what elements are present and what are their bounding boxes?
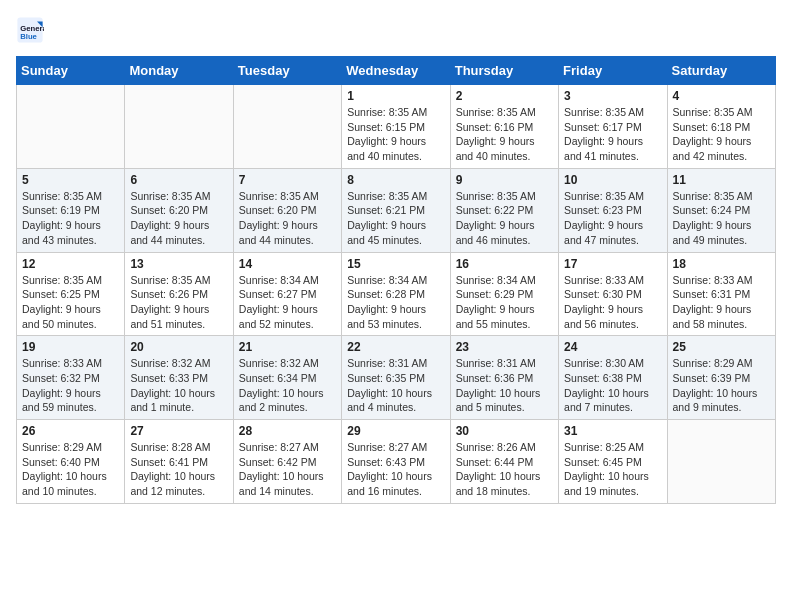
day-number: 14 (239, 257, 336, 271)
calendar-cell: 7Sunrise: 8:35 AM Sunset: 6:20 PM Daylig… (233, 168, 341, 252)
calendar-cell: 15Sunrise: 8:34 AM Sunset: 6:28 PM Dayli… (342, 252, 450, 336)
weekday-header: Thursday (450, 57, 558, 85)
calendar-cell: 3Sunrise: 8:35 AM Sunset: 6:17 PM Daylig… (559, 85, 667, 169)
calendar-cell: 17Sunrise: 8:33 AM Sunset: 6:30 PM Dayli… (559, 252, 667, 336)
day-info: Sunrise: 8:35 AM Sunset: 6:17 PM Dayligh… (564, 105, 661, 164)
day-info: Sunrise: 8:35 AM Sunset: 6:24 PM Dayligh… (673, 189, 770, 248)
day-number: 26 (22, 424, 119, 438)
day-number: 9 (456, 173, 553, 187)
calendar-cell: 31Sunrise: 8:25 AM Sunset: 6:45 PM Dayli… (559, 420, 667, 504)
calendar-cell: 8Sunrise: 8:35 AM Sunset: 6:21 PM Daylig… (342, 168, 450, 252)
day-number: 16 (456, 257, 553, 271)
day-info: Sunrise: 8:35 AM Sunset: 6:26 PM Dayligh… (130, 273, 227, 332)
calendar-cell: 18Sunrise: 8:33 AM Sunset: 6:31 PM Dayli… (667, 252, 775, 336)
weekday-header: Saturday (667, 57, 775, 85)
logo-icon: General Blue (16, 16, 44, 44)
calendar-cell: 20Sunrise: 8:32 AM Sunset: 6:33 PM Dayli… (125, 336, 233, 420)
day-number: 28 (239, 424, 336, 438)
calendar-cell (233, 85, 341, 169)
day-number: 25 (673, 340, 770, 354)
day-info: Sunrise: 8:32 AM Sunset: 6:34 PM Dayligh… (239, 356, 336, 415)
day-number: 17 (564, 257, 661, 271)
day-number: 21 (239, 340, 336, 354)
calendar-cell: 29Sunrise: 8:27 AM Sunset: 6:43 PM Dayli… (342, 420, 450, 504)
calendar-cell: 22Sunrise: 8:31 AM Sunset: 6:35 PM Dayli… (342, 336, 450, 420)
day-info: Sunrise: 8:35 AM Sunset: 6:23 PM Dayligh… (564, 189, 661, 248)
calendar-cell: 12Sunrise: 8:35 AM Sunset: 6:25 PM Dayli… (17, 252, 125, 336)
calendar-cell: 26Sunrise: 8:29 AM Sunset: 6:40 PM Dayli… (17, 420, 125, 504)
calendar-cell: 11Sunrise: 8:35 AM Sunset: 6:24 PM Dayli… (667, 168, 775, 252)
day-number: 10 (564, 173, 661, 187)
calendar-cell: 9Sunrise: 8:35 AM Sunset: 6:22 PM Daylig… (450, 168, 558, 252)
day-info: Sunrise: 8:35 AM Sunset: 6:19 PM Dayligh… (22, 189, 119, 248)
calendar-cell: 4Sunrise: 8:35 AM Sunset: 6:18 PM Daylig… (667, 85, 775, 169)
day-number: 22 (347, 340, 444, 354)
calendar-cell (125, 85, 233, 169)
day-number: 2 (456, 89, 553, 103)
svg-text:Blue: Blue (20, 32, 37, 41)
day-info: Sunrise: 8:33 AM Sunset: 6:32 PM Dayligh… (22, 356, 119, 415)
day-info: Sunrise: 8:31 AM Sunset: 6:36 PM Dayligh… (456, 356, 553, 415)
day-number: 11 (673, 173, 770, 187)
weekday-header: Wednesday (342, 57, 450, 85)
day-info: Sunrise: 8:32 AM Sunset: 6:33 PM Dayligh… (130, 356, 227, 415)
day-info: Sunrise: 8:25 AM Sunset: 6:45 PM Dayligh… (564, 440, 661, 499)
calendar-cell: 21Sunrise: 8:32 AM Sunset: 6:34 PM Dayli… (233, 336, 341, 420)
day-number: 12 (22, 257, 119, 271)
day-number: 8 (347, 173, 444, 187)
day-info: Sunrise: 8:26 AM Sunset: 6:44 PM Dayligh… (456, 440, 553, 499)
calendar-cell: 24Sunrise: 8:30 AM Sunset: 6:38 PM Dayli… (559, 336, 667, 420)
day-info: Sunrise: 8:33 AM Sunset: 6:30 PM Dayligh… (564, 273, 661, 332)
weekday-header: Tuesday (233, 57, 341, 85)
day-number: 27 (130, 424, 227, 438)
day-number: 1 (347, 89, 444, 103)
day-number: 18 (673, 257, 770, 271)
day-number: 29 (347, 424, 444, 438)
day-number: 3 (564, 89, 661, 103)
calendar-cell (17, 85, 125, 169)
day-info: Sunrise: 8:35 AM Sunset: 6:21 PM Dayligh… (347, 189, 444, 248)
day-info: Sunrise: 8:30 AM Sunset: 6:38 PM Dayligh… (564, 356, 661, 415)
weekday-header: Sunday (17, 57, 125, 85)
day-info: Sunrise: 8:28 AM Sunset: 6:41 PM Dayligh… (130, 440, 227, 499)
calendar-cell: 1Sunrise: 8:35 AM Sunset: 6:15 PM Daylig… (342, 85, 450, 169)
weekday-header: Friday (559, 57, 667, 85)
day-info: Sunrise: 8:35 AM Sunset: 6:15 PM Dayligh… (347, 105, 444, 164)
day-info: Sunrise: 8:34 AM Sunset: 6:29 PM Dayligh… (456, 273, 553, 332)
day-number: 4 (673, 89, 770, 103)
day-number: 7 (239, 173, 336, 187)
calendar-cell: 16Sunrise: 8:34 AM Sunset: 6:29 PM Dayli… (450, 252, 558, 336)
day-info: Sunrise: 8:34 AM Sunset: 6:28 PM Dayligh… (347, 273, 444, 332)
day-info: Sunrise: 8:35 AM Sunset: 6:16 PM Dayligh… (456, 105, 553, 164)
day-number: 5 (22, 173, 119, 187)
day-info: Sunrise: 8:33 AM Sunset: 6:31 PM Dayligh… (673, 273, 770, 332)
calendar-cell: 14Sunrise: 8:34 AM Sunset: 6:27 PM Dayli… (233, 252, 341, 336)
calendar-cell (667, 420, 775, 504)
day-info: Sunrise: 8:34 AM Sunset: 6:27 PM Dayligh… (239, 273, 336, 332)
day-number: 15 (347, 257, 444, 271)
day-info: Sunrise: 8:31 AM Sunset: 6:35 PM Dayligh… (347, 356, 444, 415)
day-info: Sunrise: 8:29 AM Sunset: 6:39 PM Dayligh… (673, 356, 770, 415)
day-number: 31 (564, 424, 661, 438)
day-number: 6 (130, 173, 227, 187)
day-info: Sunrise: 8:27 AM Sunset: 6:43 PM Dayligh… (347, 440, 444, 499)
calendar-cell: 5Sunrise: 8:35 AM Sunset: 6:19 PM Daylig… (17, 168, 125, 252)
calendar-cell: 30Sunrise: 8:26 AM Sunset: 6:44 PM Dayli… (450, 420, 558, 504)
day-number: 30 (456, 424, 553, 438)
calendar-cell: 28Sunrise: 8:27 AM Sunset: 6:42 PM Dayli… (233, 420, 341, 504)
header: General Blue (16, 16, 776, 44)
day-number: 13 (130, 257, 227, 271)
calendar-cell: 13Sunrise: 8:35 AM Sunset: 6:26 PM Dayli… (125, 252, 233, 336)
calendar: SundayMondayTuesdayWednesdayThursdayFrid… (16, 56, 776, 504)
day-number: 24 (564, 340, 661, 354)
calendar-cell: 2Sunrise: 8:35 AM Sunset: 6:16 PM Daylig… (450, 85, 558, 169)
day-info: Sunrise: 8:35 AM Sunset: 6:20 PM Dayligh… (130, 189, 227, 248)
calendar-cell: 25Sunrise: 8:29 AM Sunset: 6:39 PM Dayli… (667, 336, 775, 420)
day-number: 19 (22, 340, 119, 354)
logo: General Blue (16, 16, 48, 44)
calendar-cell: 27Sunrise: 8:28 AM Sunset: 6:41 PM Dayli… (125, 420, 233, 504)
day-info: Sunrise: 8:35 AM Sunset: 6:22 PM Dayligh… (456, 189, 553, 248)
day-number: 20 (130, 340, 227, 354)
calendar-cell: 19Sunrise: 8:33 AM Sunset: 6:32 PM Dayli… (17, 336, 125, 420)
calendar-cell: 6Sunrise: 8:35 AM Sunset: 6:20 PM Daylig… (125, 168, 233, 252)
